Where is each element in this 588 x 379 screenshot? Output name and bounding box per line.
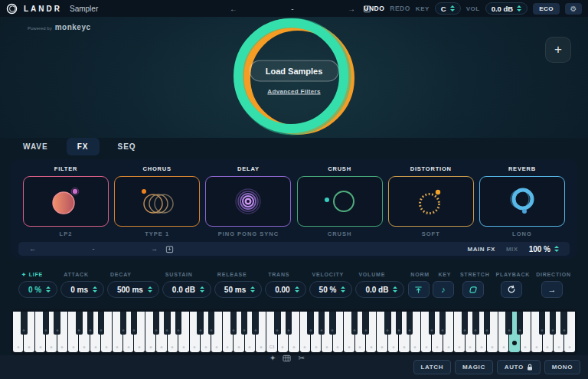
preset-forward-icon[interactable]: → [348,5,355,13]
undo-button[interactable]: UNDO [364,5,384,12]
key-dot [160,346,162,348]
key-dot [254,329,256,332]
black-key[interactable] [274,312,280,335]
sustain-stepper[interactable]: 0.0 dB [162,281,211,298]
attack-stepper[interactable]: 0 ms [60,281,104,298]
magic-button[interactable]: MAGIC [455,360,493,374]
fx-card-crush-box[interactable] [297,176,383,227]
mix-stepper[interactable]: 100 % [529,245,559,253]
black-key[interactable] [329,312,335,335]
mono-button[interactable]: MONO [544,360,580,374]
redo-button[interactable]: REDO [390,5,410,12]
key-dot [337,346,339,348]
black-key[interactable] [153,312,159,335]
key-follow-button[interactable]: ♪ [433,281,454,298]
stepper-icon[interactable] [450,5,455,11]
add-button[interactable]: + [545,37,571,63]
preset-back-icon[interactable]: ← [230,5,237,13]
volume-stepper[interactable]: 0.0 dB [355,281,404,298]
fx-preset-back-icon[interactable]: ← [29,245,36,253]
black-key[interactable] [131,312,137,335]
fx-card-chorus-box[interactable] [114,176,200,227]
black-key[interactable] [384,312,390,335]
load-samples-button[interactable]: Load Samples [250,60,339,82]
param-label: LIFE [29,272,43,277]
black-key[interactable] [43,312,49,335]
vol-stepper[interactable]: 0.0 dB [485,2,528,15]
black-key[interactable] [98,312,104,335]
black-key[interactable] [76,312,82,335]
playback-loop-button[interactable] [501,281,522,298]
key-dot [519,329,521,332]
magic-sparkle-icon[interactable]: ✦ [270,354,276,362]
direction-button[interactable]: → [541,281,563,298]
key-stepper[interactable]: C [435,2,461,15]
settings-button[interactable]: ⚙ [565,3,582,15]
black-key[interactable] [462,312,468,335]
fx-preset-name[interactable]: - [36,245,151,253]
black-key[interactable] [539,312,545,335]
black-key[interactable] [429,312,435,335]
tab-bar: WAVE FX SEQ [12,138,147,155]
black-key[interactable] [120,312,126,335]
black-key[interactable] [286,312,292,335]
tab-seq[interactable]: SEQ [107,138,147,155]
stretch-button[interactable] [462,281,484,298]
black-key[interactable] [87,312,93,335]
black-key[interactable] [197,312,203,335]
tab-fx[interactable]: FX [67,138,100,155]
eco-button[interactable]: ECO [533,3,560,15]
black-key[interactable] [484,312,490,335]
black-key[interactable] [351,312,358,335]
black-key[interactable] [54,312,60,335]
black-key[interactable] [560,312,567,335]
tab-wave[interactable]: WAVE [12,138,59,155]
black-key[interactable] [439,312,446,335]
fx-card-reverb-box[interactable] [479,176,565,227]
latch-button[interactable]: LATCH [413,360,452,374]
key-dot [139,346,141,348]
fx-card-distortion-box[interactable] [388,176,474,227]
black-key[interactable] [407,312,413,335]
black-key[interactable] [396,312,402,335]
grid-icon[interactable] [283,354,291,362]
black-key[interactable] [164,312,170,335]
preset-name[interactable]: - [237,5,348,13]
black-key[interactable] [307,312,313,335]
fx-card-filter-box[interactable] [23,176,109,227]
stepper-icon[interactable] [517,5,521,11]
black-key[interactable] [175,312,181,335]
normalize-button[interactable] [408,281,430,298]
black-key[interactable] [517,312,523,335]
scissors-icon[interactable]: ✂ [298,354,304,362]
black-key[interactable] [318,312,325,335]
black-key[interactable] [472,312,479,335]
black-key[interactable] [252,312,258,335]
fx-preset-forward-icon[interactable]: → [151,245,158,253]
stepper-icon[interactable] [554,246,559,252]
black-key[interactable] [241,312,247,335]
life-stepper[interactable]: 0 % [18,281,57,298]
black-key[interactable] [505,312,511,335]
normalize-icon [414,286,423,294]
fx-card-delay-box[interactable] [205,176,291,227]
trans-stepper[interactable]: 0.00 [265,281,305,298]
release-stepper[interactable]: 50 ms [214,281,262,298]
auto-button[interactable]: AUTO [497,360,541,374]
black-key[interactable] [362,312,368,335]
fx-save-icon[interactable] [165,245,174,253]
black-key[interactable] [208,312,214,335]
black-key[interactable] [21,312,27,335]
main-fx-button[interactable]: MAIN FX [468,246,495,253]
key-dot [78,329,80,332]
advanced-filters-link[interactable]: Advanced Filters [267,88,320,95]
decay-stepper[interactable]: 500 ms [107,281,159,298]
velocity-stepper[interactable]: 50 % [309,281,353,298]
black-key[interactable] [230,312,237,335]
key-dot [237,346,240,348]
parameter-row: ✦LIFE 0 % ATTACK 0 ms DECAY 500 ms SUSTA… [18,271,571,298]
key-octave-label: C3 [270,345,274,349]
vol-value: 0.0 dB [492,5,514,13]
black-key[interactable] [550,312,556,335]
fx-card-title: FILTER [54,165,78,172]
